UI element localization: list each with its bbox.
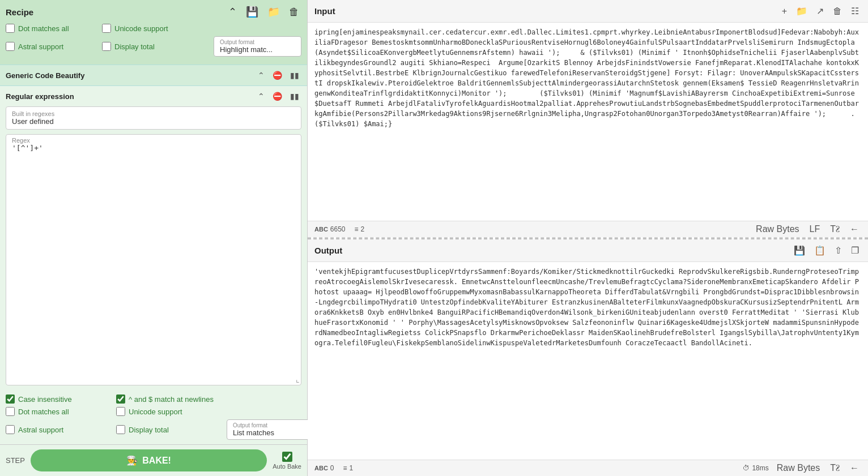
auto-bake-group: Auto Bake (273, 452, 301, 470)
beautify-icons: ⌃ ⛔ ▮▮ (256, 70, 301, 81)
output-copy-button[interactable]: 📋 (812, 244, 828, 257)
recipe-collapse-button[interactable]: ⌃ (226, 5, 239, 19)
bake-icon: 👨‍🍳 (126, 455, 138, 466)
recipe-output-format-box[interactable]: Output format Highlight matc... (214, 36, 301, 57)
recipe-unicode-support-label[interactable]: Unicode support (102, 24, 193, 33)
recipe-folder-button[interactable]: 📁 (265, 5, 282, 19)
beautify-collapse-button[interactable]: ⌃ (256, 70, 267, 81)
output-title: Output (314, 246, 342, 255)
recipe-dot-matches-all-label[interactable]: Dot matches all (6, 24, 96, 33)
caret-dollar-checkbox[interactable] (116, 394, 125, 404)
beautify-section: Generic Code Beautify ⌃ ⛔ ▮▮ (0, 65, 307, 85)
auto-bake-label: Auto Bake (273, 463, 301, 470)
built-in-regexes-label: Built in regexes (12, 110, 295, 117)
input-grid-button[interactable]: ☷ (849, 5, 861, 18)
regex-content: Built in regexes User defined Regex '[^'… (0, 106, 307, 390)
regex-astral-checkbox[interactable] (6, 425, 15, 434)
regex-dot-matches-label[interactable]: Dot matches all (6, 407, 110, 416)
left-panel: Recipe ⌃ 💾 📁 🗑 Dot matches all Unicode s… (0, 0, 308, 476)
recipe-row-1: Dot matches all Unicode support (6, 24, 301, 33)
regex-textarea[interactable]: '[^']+' (12, 144, 295, 172)
output-status-bar: ABC 0 ≡ 1 ⏱ 18ms Raw Bytes Tᴤ ← (308, 460, 868, 476)
output-font-button[interactable]: Tᴤ (828, 462, 842, 474)
input-status-right: Raw Bytes LF Tᴤ ← (754, 223, 861, 235)
bottom-bar: STEP 👨‍🍳 BAKE! Auto Bake (0, 444, 307, 476)
recipe-display-total-checkbox[interactable] (102, 42, 111, 51)
input-font-button[interactable]: Tᴤ (828, 223, 842, 235)
recipe-row-2: Astral support Display total Output form… (6, 36, 301, 57)
recipe-display-total-label[interactable]: Display total (102, 42, 193, 51)
beautify-disable-button[interactable]: ⛔ (270, 70, 284, 81)
output-save-button[interactable]: 💾 (792, 244, 807, 257)
input-status-bar: ABC 6650 ≡ 2 Raw Bytes LF Tᴤ ← (308, 221, 868, 237)
regex-header: Regular expression ⌃ ⛔ ▮▮ (0, 86, 307, 106)
resize-handle-icon: ⌞ (296, 375, 300, 384)
output-expand-button[interactable]: ❐ (849, 244, 861, 257)
regex-collapse-button[interactable]: ⌃ (256, 91, 267, 102)
recipe-save-button[interactable]: 💾 (244, 5, 261, 19)
output-header: Output 💾 📋 ⇧ ❐ (308, 239, 868, 262)
case-insensitive-checkbox[interactable] (6, 394, 15, 404)
recipe-icon-group: ⌃ 💾 📁 🗑 (226, 5, 301, 19)
right-panel: Input + 📁 ↗ 🗑 ☷ ipring[enjaminespeaksmyn… (308, 0, 868, 476)
recipe-delete-button[interactable]: 🗑 (287, 5, 301, 19)
step-label: STEP (6, 456, 25, 465)
recipe-output-format-label: Output format (220, 39, 295, 45)
bake-button[interactable]: 👨‍🍳 BAKE! (31, 449, 267, 471)
recipe-title: Recipe (6, 7, 33, 17)
beautify-header: Generic Code Beautify ⌃ ⛔ ▮▮ (0, 65, 307, 85)
regex-input-group: Regex '[^']+' ⌞ (6, 134, 301, 385)
output-arrow-left-button[interactable]: ← (848, 462, 861, 474)
regex-disable-button[interactable]: ⛔ (270, 91, 284, 102)
regex-output-format-value: List matches (233, 428, 308, 437)
regex-dot-matches-checkbox[interactable] (6, 407, 15, 416)
regex-display-total-checkbox[interactable] (116, 425, 125, 434)
input-delete-button[interactable]: 🗑 (831, 5, 844, 18)
output-section: Output 💾 📋 ⇧ ❐ 'ventekjhEpigramtfucusest… (308, 239, 868, 477)
input-add-button[interactable]: + (780, 5, 789, 18)
output-line-count: ≡ 1 (343, 464, 354, 472)
recipe-dot-matches-all-checkbox[interactable] (6, 24, 15, 33)
regex-display-total-label[interactable]: Display total (116, 425, 221, 434)
output-abc-label: ABC (314, 465, 328, 471)
regex-checkboxes-area: Case insensitive ^ and $ match at newlin… (0, 390, 307, 444)
regex-pause-button[interactable]: ▮▮ (288, 91, 301, 102)
recipe-output-format-value: Highlight matc... (220, 45, 295, 54)
input-raw-bytes-button[interactable]: Raw Bytes (754, 223, 801, 235)
bake-label: BAKE! (142, 456, 171, 466)
recipe-astral-support-label[interactable]: Astral support (6, 42, 96, 51)
input-line-count: ≡ 2 (355, 225, 365, 233)
input-abc-label: ABC (314, 226, 328, 233)
input-folder-button[interactable]: 📁 (794, 5, 810, 18)
regex-unicode-label[interactable]: Unicode support (116, 407, 221, 416)
output-send-button[interactable]: ⇧ (832, 244, 844, 257)
auto-bake-checkbox[interactable] (282, 452, 292, 462)
input-text-area[interactable]: ipring[enjaminespeaksmynail.cer.cedaterc… (308, 23, 868, 221)
regex-unicode-checkbox[interactable] (116, 407, 125, 416)
output-header-icons: 💾 📋 ⇧ ❐ (792, 244, 861, 257)
recipe-section: Recipe ⌃ 💾 📁 🗑 Dot matches all Unicode s… (0, 0, 307, 65)
output-raw-bytes-button[interactable]: Raw Bytes (775, 462, 822, 474)
regex-checkbox-row-2: Dot matches all Unicode support (6, 407, 301, 416)
input-section: Input + 📁 ↗ 🗑 ☷ ipring[enjaminespeaksmyn… (308, 0, 868, 238)
regex-checkbox-row-3: Astral support Display total Output form… (6, 419, 301, 440)
recipe-unicode-support-checkbox[interactable] (102, 24, 111, 33)
regex-title: Regular expression (6, 92, 74, 101)
regex-astral-label[interactable]: Astral support (6, 425, 110, 434)
built-in-regexes-value: User defined (12, 117, 295, 126)
input-title: Input (314, 6, 335, 16)
beautify-title: Generic Code Beautify (6, 71, 84, 80)
case-insensitive-label[interactable]: Case insensitive (6, 394, 110, 404)
regex-output-format-box[interactable]: Output format List matches (227, 419, 314, 440)
recipe-header: Recipe ⌃ 💾 📁 🗑 (6, 5, 301, 19)
recipe-astral-support-checkbox[interactable] (6, 42, 15, 51)
regex-icons: ⌃ ⛔ ▮▮ (256, 91, 301, 102)
input-lf-button[interactable]: LF (807, 223, 823, 235)
input-arrow-left-button[interactable]: ← (848, 223, 861, 235)
output-text-area[interactable]: 'ventekjhEpigramtfucusestDuplicepVrtdyrs… (308, 262, 868, 460)
output-abc-icon: ABC 0 (314, 464, 334, 472)
caret-dollar-label[interactable]: ^ and $ match at newlines (116, 394, 221, 404)
beautify-pause-button[interactable]: ▮▮ (288, 70, 301, 81)
input-export-button[interactable]: ↗ (814, 5, 826, 18)
built-in-regexes-group: Built in regexes User defined (6, 106, 301, 130)
